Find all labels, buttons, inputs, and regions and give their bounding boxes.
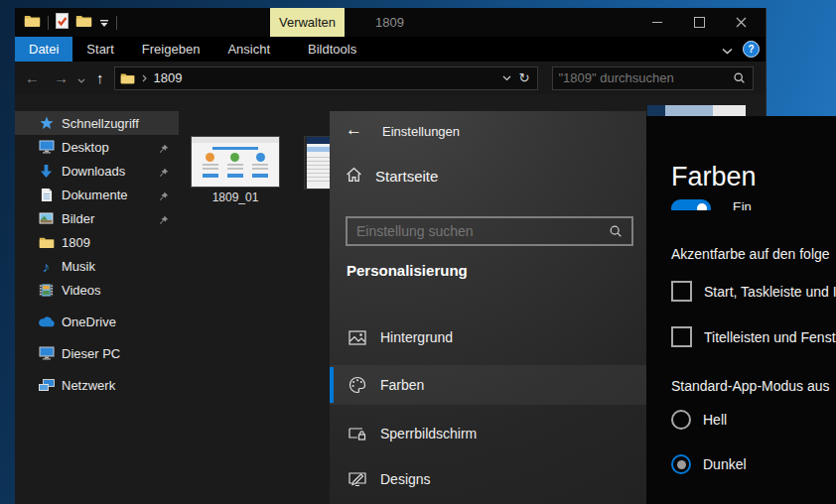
radio-dunkel[interactable]: Dunkel [671, 454, 747, 474]
minimize-icon [652, 22, 662, 23]
app-mode-label: Standard-App-Modus aus [671, 378, 830, 394]
sidebar-item-label: Dokumente [62, 188, 127, 202]
settings-nav-farben[interactable]: Farben [330, 365, 646, 405]
sidebar-item-dokumente[interactable]: Dokumente [15, 183, 179, 206]
home-icon [346, 167, 362, 186]
sidebar-item-label: Schnellzugriff [62, 116, 139, 131]
context-tab-verwalten[interactable]: Verwalten [270, 8, 345, 37]
settings-title: Einstellungen [382, 124, 460, 139]
colors-settings-window: Farben Ein Akzentfarbe auf den folge Sta… [646, 116, 836, 504]
pc-icon [38, 346, 55, 360]
network-icon [38, 379, 55, 392]
sidebar-item-label: OneDrive [62, 315, 116, 329]
pin-icon[interactable] [159, 213, 169, 228]
tab-bildtools[interactable]: Bildtools [294, 37, 370, 62]
desktop: Verwalten 1809 Datei Start Freigeben Ans… [0, 0, 836, 504]
sidebar-item-musik[interactable]: ♪ Musik [15, 254, 179, 278]
toggle-switch[interactable] [671, 199, 711, 210]
colors-page-title: Farben [671, 162, 757, 192]
address-toolbar: ← → ↑ 1809 ↻ [15, 62, 766, 94]
radio-icon[interactable] [671, 410, 691, 430]
explorer-search-input[interactable] [553, 70, 733, 85]
settings-nav-hintergrund[interactable]: Hintergrund [330, 317, 646, 357]
maximize-icon [694, 17, 705, 28]
file-thumbnail-partial[interactable] [305, 137, 333, 189]
sidebar-item-netzwerk[interactable]: Netzwerk [15, 373, 179, 397]
tab-datei[interactable]: Datei [15, 37, 72, 62]
customize-toolbar-icon[interactable] [99, 14, 109, 32]
sidebar-item-videos[interactable]: Videos [15, 278, 179, 302]
explorer-search-box[interactable] [552, 66, 754, 90]
cloud-icon [38, 316, 55, 327]
picture-icon [38, 212, 55, 224]
breadcrumb-path[interactable]: 1809 [154, 70, 183, 85]
sidebar-item-schnellzugriff[interactable]: Schnellzugriff [15, 111, 179, 135]
maximize-button[interactable] [678, 8, 720, 37]
radio-hell[interactable]: Hell [671, 410, 727, 430]
sidebar-item-dieser-pc[interactable]: Dieser PC [15, 341, 179, 365]
close-button[interactable] [720, 8, 762, 37]
tab-freigeben[interactable]: Freigeben [128, 37, 214, 62]
sidebar-item-label: Dieser PC [62, 346, 120, 361]
pin-icon[interactable] [159, 166, 169, 181]
pin-icon[interactable] [159, 189, 169, 204]
settings-nav-sperrbildschirm[interactable]: Sperrbildschirm [330, 414, 646, 453]
monitor-icon [38, 140, 55, 154]
address-dropdown-chevron-icon[interactable] [502, 75, 511, 81]
file-name-label[interactable]: 1809_01 [192, 190, 279, 204]
film-icon [38, 284, 55, 297]
expand-ribbon-chevron-icon[interactable] [722, 41, 733, 59]
sidebar-item-label: Desktop [62, 140, 109, 155]
refresh-icon[interactable]: ↻ [519, 70, 530, 85]
sidebar-item-label: Musik [62, 259, 95, 274]
checkbox-icon[interactable] [671, 281, 692, 302]
settings-home-button[interactable]: Startseite [346, 167, 438, 186]
folder-icon [120, 72, 135, 84]
address-bar[interactable]: 1809 ↻ [114, 66, 538, 90]
settings-search-input[interactable] [348, 223, 609, 239]
toggle-knob [697, 203, 707, 210]
folder-icon [38, 236, 55, 249]
radio-label: Hell [703, 412, 727, 428]
back-icon[interactable]: ← [25, 69, 40, 86]
back-icon[interactable]: ← [346, 120, 362, 140]
recent-locations-chevron-icon[interactable] [77, 69, 85, 87]
sidebar-item-label: Videos [62, 283, 101, 298]
sidebar-item-1809[interactable]: 1809 [15, 230, 179, 254]
tab-ansicht[interactable]: Ansicht [213, 37, 284, 62]
radio-icon-selected[interactable] [671, 454, 691, 474]
forward-icon[interactable]: → [54, 69, 69, 86]
sidebar-item-downloads[interactable]: Downloads [15, 159, 179, 183]
sidebar-item-bilder[interactable]: Bilder [15, 206, 179, 230]
radio-dot [677, 460, 686, 469]
folder-icon [24, 14, 41, 32]
accent-surfaces-label: Akzentfarbe auf den folge [671, 246, 830, 262]
document-icon [38, 188, 55, 202]
settings-nav-designs[interactable]: Designs [330, 459, 646, 499]
up-icon[interactable]: ↑ [96, 69, 104, 86]
file-thumbnail-1809-01[interactable] [192, 137, 279, 187]
sidebar-item-label: 1809 [62, 235, 90, 250]
checkbox-start-taskbar[interactable]: Start, Taskleiste und I [671, 281, 836, 302]
close-icon [736, 17, 747, 28]
checkbox-titlebars[interactable]: Titelleisten und Fenst [671, 326, 836, 347]
tab-start[interactable]: Start [72, 37, 127, 62]
image-icon [348, 330, 367, 345]
properties-check-icon[interactable] [56, 13, 69, 33]
new-folder-icon[interactable] [75, 14, 92, 32]
sidebar-item-onedrive[interactable]: OneDrive [15, 310, 179, 333]
settings-search-box[interactable] [346, 216, 633, 246]
sidebar-item-label: Netzwerk [62, 378, 115, 393]
settings-window: ← Einstellungen Startseite Personalisier… [330, 111, 646, 504]
sidebar-item-desktop[interactable]: Desktop [15, 135, 179, 159]
breadcrumb-chevron-icon [142, 74, 147, 82]
help-icon[interactable]: ? [743, 41, 760, 58]
window-controls [636, 8, 762, 37]
music-note-icon: ♪ [38, 258, 55, 275]
pin-icon[interactable] [159, 142, 169, 157]
palette-icon [348, 376, 367, 394]
minimize-button[interactable] [636, 8, 678, 37]
settings-nav-label: Designs [380, 471, 431, 487]
toggle-state-label: Ein [733, 199, 752, 210]
checkbox-icon[interactable] [671, 326, 692, 347]
